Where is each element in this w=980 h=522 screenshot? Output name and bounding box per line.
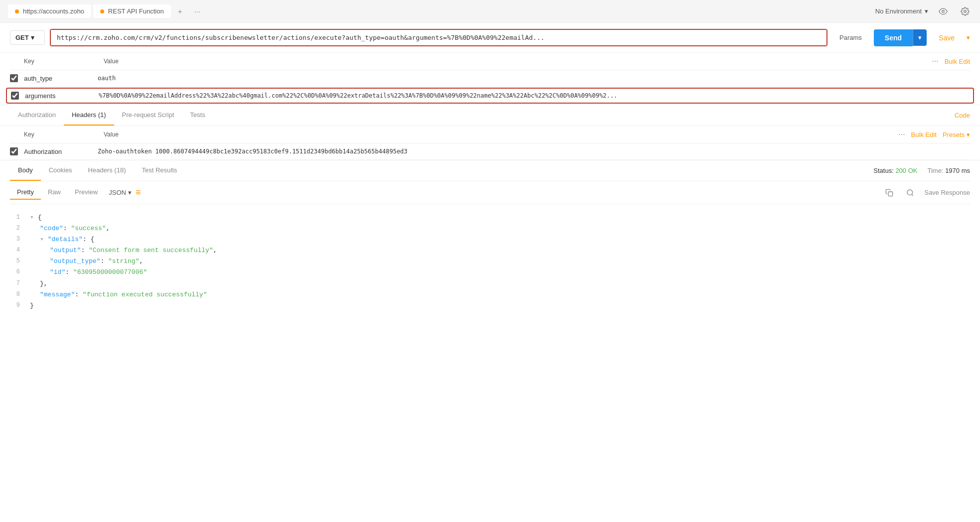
param-value-arguments: %7B%0D%0A%09%22emailAddress%22%3A%22abc%… [99,92,969,99]
line-num-4: 4 [10,245,20,256]
headers-section: Key Value ··· Bulk Edit Presets ▾ Author… [0,126,980,160]
search-icon[interactable] [903,186,917,200]
param-checkbox-arguments[interactable] [11,92,19,100]
presets-chevron: ▾ [967,131,970,138]
method-selector[interactable]: GET ▾ [10,30,45,45]
save-response-button[interactable]: Save Response [924,189,970,196]
send-btn-group: Send ▾ [874,29,927,46]
header-value-authorization: Zoho-oauthtoken 1000.8607494449c8bc1e392… [98,148,970,155]
environment-selector[interactable]: No Environment ▾ [875,7,928,15]
line-num-6: 6 [10,267,20,278]
tab-more-button[interactable]: ··· [189,4,205,18]
header-row-authorization: Authorization Zoho-oauthtoken 1000.86074… [10,143,970,160]
url-input-wrapper [50,29,827,46]
send-dropdown-button[interactable]: ▾ [913,29,927,46]
chevron-down-icon: ▾ [925,7,928,15]
response-tabs: Body Cookies Headers (18) Test Results S… [10,160,970,181]
resp-subtab-pretty[interactable]: Pretty [10,185,41,200]
save-button[interactable]: Save [932,29,962,46]
line-num-7: 7 [10,278,20,289]
status-text-label: Status: [873,167,893,174]
line-content-5: "output_type": "string", [50,256,143,267]
req-tab-actions: Code [955,112,970,119]
params-more-button[interactable]: ··· [932,57,938,66]
param-checkbox-auth-type[interactable] [10,74,18,82]
line-num-5: 5 [10,256,20,267]
svg-point-3 [907,190,913,195]
collapse-1[interactable]: ▾ [30,214,34,221]
settings-icon[interactable] [958,4,972,18]
header-checkbox-authorization[interactable] [10,147,18,155]
tab-dot-rest [100,9,104,13]
code-line-1: 1 ▾ { [10,212,970,223]
headers-header: Key Value ··· Bulk Edit Presets ▾ [10,126,970,143]
line-num-2: 2 [10,223,20,234]
presets-label: Presets [943,131,965,138]
json-format-selector[interactable]: JSON ▾ [109,189,132,196]
tab-dot-accounts [15,9,19,13]
resp-tab-cookies[interactable]: Cookies [41,160,80,181]
request-tabs: Authorization Headers (1) Pre-request Sc… [0,105,980,126]
params-button[interactable]: Params [832,29,869,46]
tab-add-button[interactable]: + [173,4,187,18]
line-num-9: 9 [10,300,20,311]
status-value: 200 OK [895,167,917,174]
line-content-6: "id": "63095000000077006" [50,267,147,278]
line-content-8: "message": "function executed successful… [40,289,207,300]
time-label: Time: 1970 ms [927,167,970,174]
params-header-actions: ··· Bulk Edit [932,57,970,66]
headers-bulk-edit-button[interactable]: Bulk Edit [911,131,937,138]
line-content-3: ▾ "details": { [40,234,94,245]
wrap-icon[interactable]: ≡ [136,187,141,198]
param-row-arguments: arguments %7B%0D%0A%09%22emailAddress%22… [6,88,974,104]
svg-rect-2 [888,192,893,196]
resp-subtab-actions: Save Response [882,186,970,200]
code-line-5: 5 "output_type": "string", [10,256,970,267]
headers-header-actions: ··· Bulk Edit Presets ▾ [898,130,970,139]
headers-more-button[interactable]: ··· [898,130,905,139]
copy-icon[interactable] [882,186,896,200]
param-row-auth-type: auth_type oauth [10,70,970,87]
url-input[interactable] [51,30,826,45]
line-content-1: ▾ { [30,212,41,223]
header-key-authorization: Authorization [24,148,98,155]
tab-authorization[interactable]: Authorization [10,105,64,126]
send-button[interactable]: Send [874,29,913,46]
headers-presets-button[interactable]: Presets ▾ [943,131,970,138]
resp-subtabs: Pretty Raw Preview JSON ▾ ≡ Save Respons… [10,181,970,204]
code-line-7: 7 }, [10,278,970,289]
param-key-arguments: arguments [25,92,99,100]
svg-point-1 [964,10,967,12]
resp-subtab-preview[interactable]: Preview [68,185,105,200]
status-label: Status: 200 OK [873,167,917,174]
tab-bar: https://accounts.zoho REST API Function … [0,0,980,23]
json-chevron: ▾ [128,189,132,196]
tab-rest-api[interactable]: REST API Function [93,4,171,18]
response-section: Body Cookies Headers (18) Test Results S… [0,160,980,319]
tab-tests[interactable]: Tests [182,105,213,126]
tab-headers[interactable]: Headers (1) [64,105,114,126]
resp-subtab-raw[interactable]: Raw [41,185,68,200]
resp-tab-test-results[interactable]: Test Results [134,160,185,181]
code-link[interactable]: Code [955,112,970,119]
tab-rest-label: REST API Function [108,7,164,15]
eye-icon[interactable] [936,4,950,18]
line-num-3: 3 [10,234,20,245]
tab-accounts[interactable]: https://accounts.zoho [8,4,91,18]
line-content-4: "output": "Consent form sent successfull… [50,245,217,256]
collapse-3[interactable]: ▾ [40,236,44,243]
tab-pre-request[interactable]: Pre-request Script [114,105,182,126]
params-section: Key Value ··· Bulk Edit auth_type oauth … [0,53,980,105]
line-content-7: }, [40,278,48,289]
resp-tab-headers[interactable]: Headers (18) [80,160,134,181]
params-bulk-edit-button[interactable]: Bulk Edit [945,58,970,65]
line-content-2: "code": "success", [40,223,110,234]
headers-key-header: Key [24,131,104,138]
tab-accounts-label: https://accounts.zoho [23,7,84,15]
key-header: Key [24,58,104,65]
headers-value-header: Value [104,131,898,138]
resp-tab-body[interactable]: Body [10,160,41,181]
line-num-8: 8 [10,289,20,300]
json-format-label: JSON [109,189,126,196]
resp-status: Status: 200 OK Time: 1970 ms [873,167,970,174]
